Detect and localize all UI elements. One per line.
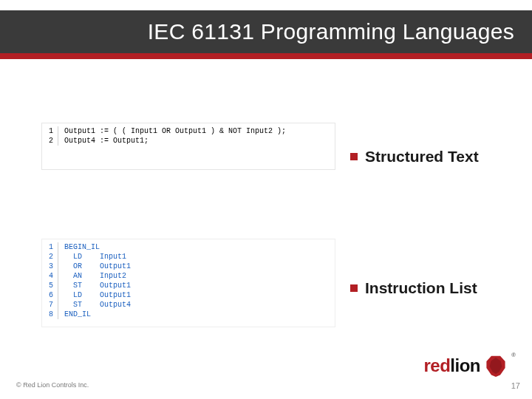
label-text: Structured Text xyxy=(365,148,479,166)
bullet-icon xyxy=(350,284,358,292)
code-panel-instruction-list: 1 2 3 4 5 6 7 8 BEGIN_IL LD Input1 OR Ou… xyxy=(41,239,335,327)
code-lines: Output1 := ( ( Input1 OR Output1 ) & NOT… xyxy=(58,126,286,146)
copyright-text: © Red Lion Controls Inc. xyxy=(16,381,89,389)
page-number: 17 xyxy=(511,381,520,390)
accent-underline xyxy=(0,53,532,59)
label-structured-text: Structured Text xyxy=(350,148,479,166)
slide: IEC 61131 Programming Languages 1 2 Outp… xyxy=(0,0,532,399)
registered-mark: ® xyxy=(511,352,516,358)
logo-text: redlion xyxy=(423,355,480,376)
logo-word-lion: lion xyxy=(450,355,480,375)
label-text: Instruction List xyxy=(365,279,477,297)
code-inner: 1 2 3 4 5 6 7 8 BEGIN_IL LD Input1 OR Ou… xyxy=(42,239,335,322)
slide-title: IEC 61131 Programming Languages xyxy=(148,19,514,44)
lion-icon: ® xyxy=(485,355,507,377)
line-gutter: 1 2 xyxy=(45,126,58,146)
code-inner: 1 2 Output1 := ( ( Input1 OR Output1 ) &… xyxy=(42,123,335,149)
code-lines: BEGIN_IL LD Input1 OR Output1 AN Input2 … xyxy=(58,242,131,319)
brand-logo: redlion ® xyxy=(423,355,507,377)
logo-word-red: red xyxy=(423,355,450,375)
title-bar: IEC 61131 Programming Languages xyxy=(0,10,532,53)
label-instruction-list: Instruction List xyxy=(350,279,477,297)
bullet-icon xyxy=(350,153,358,160)
line-gutter: 1 2 3 4 5 6 7 8 xyxy=(45,242,58,319)
code-panel-structured-text: 1 2 Output1 := ( ( Input1 OR Output1 ) &… xyxy=(41,123,335,170)
